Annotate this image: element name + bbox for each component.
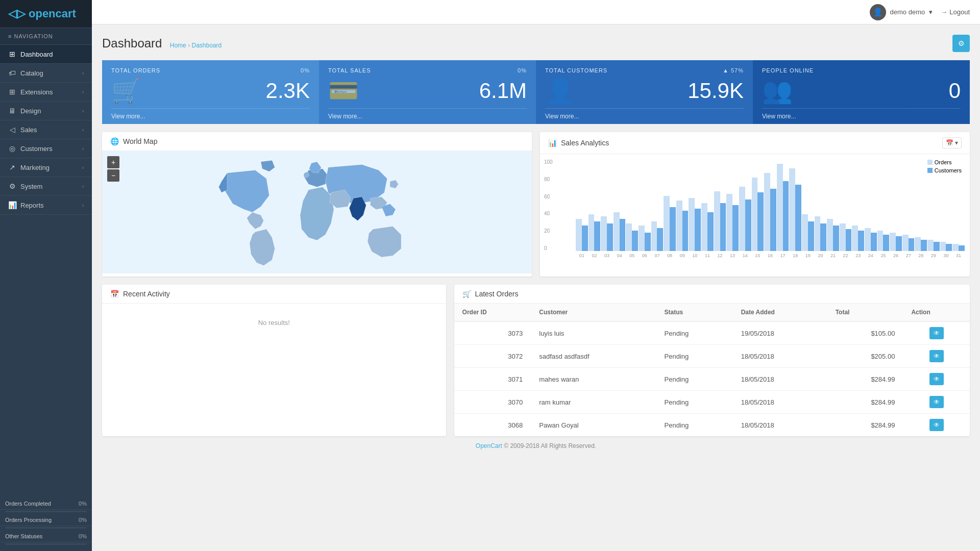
sidebar-stat-orders-processing: Orders Processing0% (0, 514, 92, 526)
marketing-nav-icon: ↗ (8, 163, 16, 171)
y-label: 80 (544, 177, 553, 182)
total-orders-footer[interactable]: View more... (111, 108, 310, 124)
sidebar-item-extensions[interactable]: ⊞ Extensions › (0, 83, 92, 102)
order-total: $105.00 (827, 321, 903, 345)
bar-orders (651, 221, 657, 251)
world-map-container: + − (102, 151, 532, 273)
sidebar-item-design[interactable]: 🖥 Design › (0, 102, 92, 120)
order-id: 3068 (454, 414, 531, 437)
nav-label: ≡ NAVIGATION (0, 28, 92, 45)
col-total: Total (827, 304, 903, 321)
sidebar-item-catalog[interactable]: 🏷 Catalog › (0, 64, 92, 83)
order-customer: sadfasd asdfasdf (531, 345, 656, 368)
x-label: 28 (915, 253, 927, 258)
order-status: Pending (656, 414, 733, 437)
total-orders-title: TOTAL ORDERS (111, 67, 160, 73)
bar-customers (607, 223, 613, 251)
order-action: 👁 (903, 391, 970, 414)
view-order-button[interactable]: 👁 (929, 350, 944, 362)
customers-nav-arrow: › (82, 146, 84, 152)
table-row: 3072 sadfasd asdfasdf Pending 18/05/2018… (454, 345, 970, 368)
legend-dot (927, 160, 933, 165)
total-customers-footer[interactable]: View more... (545, 108, 744, 124)
bar-customers (770, 189, 776, 251)
x-label: 18 (789, 253, 801, 258)
bar-orders (726, 194, 732, 251)
orders-table: Order IDCustomerStatusDate AddedTotalAct… (454, 304, 970, 436)
bar-orders (927, 240, 934, 251)
stat-progress-bar (5, 543, 87, 545)
x-label: 26 (890, 253, 902, 258)
footer-text: © 2009-2018 All Rights Reserved. (504, 442, 596, 449)
x-label: 24 (865, 253, 877, 258)
bar-group (802, 214, 814, 251)
sidebar-item-customers[interactable]: ◎ Customers › (0, 139, 92, 158)
bar-group (739, 187, 751, 251)
order-status: Pending (656, 345, 733, 368)
logo-icon: ◁▷ (8, 7, 26, 20)
cart-icon: 🛒 (462, 290, 471, 298)
stat-progress-bar (5, 511, 87, 512)
view-order-button[interactable]: 👁 (929, 327, 944, 339)
people-online-title: PEOPLE ONLINE (762, 67, 814, 73)
bar-customers (946, 244, 952, 251)
table-row: 3068 Pawan Goyal Pending 18/05/2018 $284… (454, 414, 970, 437)
x-label: 02 (589, 253, 601, 258)
people-online-footer[interactable]: View more... (762, 108, 961, 124)
view-order-button[interactable]: 👁 (929, 373, 944, 385)
bar-group (726, 194, 739, 251)
analytics-header-left: 📊 Sales Analytics (548, 139, 609, 147)
x-label: 14 (739, 253, 751, 258)
legend-item: Orders (927, 159, 962, 165)
breadcrumb: Home › Dashboard (168, 42, 222, 49)
calendar-button[interactable]: 📅 ▾ (942, 137, 962, 148)
design-nav-arrow: › (82, 108, 84, 114)
system-nav-label: System (20, 183, 42, 190)
bar-group (777, 164, 789, 251)
bar-orders (877, 231, 884, 251)
topbar-right: 👤 demo demo ▾ → Logout (870, 4, 970, 20)
world-map-panel: 🌐 World Map + − (102, 132, 532, 277)
x-label: 15 (752, 253, 764, 258)
view-order-button[interactable]: 👁 (929, 419, 944, 431)
total-sales-footer[interactable]: View more... (328, 108, 527, 124)
bar-customers (695, 209, 701, 251)
settings-button[interactable]: ⚙ (952, 35, 970, 52)
bar-group (890, 233, 902, 251)
sidebar-stat-other-statuses: Other Statuses0% (0, 531, 92, 542)
logout-button[interactable]: → Logout (941, 8, 970, 16)
user-menu[interactable]: 👤 demo demo ▾ (870, 4, 933, 20)
catalog-nav-icon: 🏷 (8, 69, 16, 77)
recent-activity-panel: 📅 Recent Activity No results! (102, 285, 446, 436)
stat-card-total-orders: TOTAL ORDERS 0% 🛒 2.3K View more... (102, 60, 319, 124)
zoom-in-button[interactable]: + (107, 156, 119, 168)
breadcrumb-current[interactable]: Dashboard (191, 42, 222, 49)
x-label: 23 (852, 253, 864, 258)
zoom-out-button[interactable]: − (107, 169, 119, 182)
sidebar-item-reports[interactable]: 📊 Reports › (0, 196, 92, 215)
col-order-id: Order ID (454, 304, 531, 321)
bar-group (664, 196, 676, 251)
view-order-button[interactable]: 👁 (929, 396, 944, 408)
bar-group (701, 203, 714, 251)
bar-customers (657, 228, 663, 251)
y-label: 0 (544, 245, 553, 251)
marketing-nav-label: Marketing (20, 164, 50, 171)
sidebar-stats: Orders Completed0%Orders Processing0%Oth… (0, 494, 92, 551)
page-header-left: Dashboard Home › Dashboard (102, 36, 222, 51)
sales-nav-arrow: › (82, 127, 84, 133)
sidebar-item-dashboard[interactable]: ⊞ Dashboard (0, 45, 92, 64)
main-content: 👤 demo demo ▾ → Logout Dashboard Home › … (92, 0, 980, 551)
panel-header-left: 🌐 World Map (110, 137, 157, 145)
sidebar-item-system[interactable]: ⚙ System › (0, 177, 92, 196)
x-label: 17 (777, 253, 789, 258)
order-id: 3073 (454, 321, 531, 345)
bar-group (689, 198, 701, 251)
sidebar-item-marketing[interactable]: ↗ Marketing › (0, 158, 92, 177)
sidebar-item-sales[interactable]: ◁ Sales › (0, 120, 92, 139)
y-label: 40 (544, 211, 553, 216)
bar-orders (639, 226, 645, 251)
footer-brand[interactable]: OpenCart (476, 442, 502, 449)
breadcrumb-home[interactable]: Home (170, 42, 186, 49)
bar-group (840, 223, 852, 251)
